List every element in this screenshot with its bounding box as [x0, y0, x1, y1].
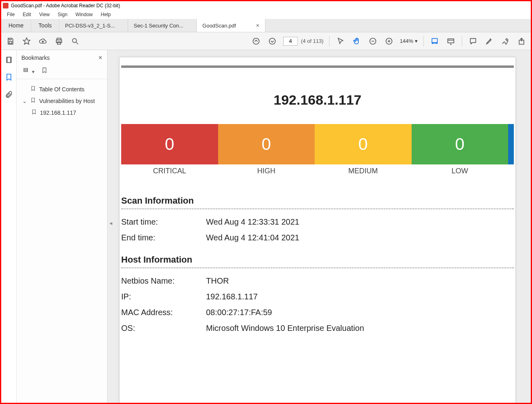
bookmarks-title: Bookmarks [21, 55, 50, 61]
left-nav-strip [1, 50, 17, 403]
bookmark-item-toc[interactable]: Table Of Contents [20, 83, 104, 95]
page-indicator: (4 of 113) [283, 37, 324, 46]
tools-tab[interactable]: Tools [31, 19, 59, 32]
severity-label-medium: MEDIUM [315, 167, 412, 175]
kv-key: MAC Address: [121, 308, 206, 317]
bookmark-label: Table Of Contents [39, 86, 84, 93]
kv-row-ip: IP: 192.168.1.117 [121, 292, 514, 301]
sign-icon[interactable] [500, 36, 511, 46]
highlight-icon[interactable] [484, 36, 494, 46]
menu-view[interactable]: View [35, 11, 54, 18]
zoom-in-icon[interactable] [384, 36, 394, 46]
save-icon[interactable] [5, 36, 16, 46]
section-heading: Scan Information [121, 196, 514, 209]
read-mode-icon[interactable] [446, 36, 456, 46]
kv-row-start-time: Start time: Wed Aug 4 12:33:31 2021 [121, 217, 514, 227]
window-title: GoodScan.pdf - Adobe Acrobat Reader DC (… [11, 3, 120, 8]
pointer-icon[interactable] [335, 36, 346, 46]
kv-key: End time: [121, 233, 206, 242]
svg-rect-14 [432, 38, 437, 42]
thumbnails-icon[interactable] [4, 56, 13, 65]
panel-collapse-gutter[interactable]: ◂ [107, 50, 116, 403]
main-area: Bookmarks × ▾ Table Of Contents ⌄ Vulner… [1, 50, 531, 403]
title-bar: GoodScan.pdf - Adobe Acrobat Reader DC (… [1, 1, 531, 10]
section-heading: Host Information [121, 255, 514, 268]
chevron-down-icon[interactable]: ⌄ [22, 98, 27, 104]
menu-file[interactable]: File [3, 11, 19, 18]
doc-tab-2[interactable]: GoodScan.pdf × [197, 19, 265, 32]
zoom-out-icon[interactable] [368, 36, 378, 46]
fit-width-icon[interactable] [429, 36, 440, 46]
app-icon [3, 3, 8, 8]
search-icon[interactable] [70, 36, 80, 46]
home-tab[interactable]: Home [1, 19, 31, 32]
kv-value: Wed Aug 4 12:41:04 2021 [206, 233, 299, 242]
host-information-section: Host Information Netbios Name: THOR IP: … [121, 255, 514, 333]
kv-row-os: OS: Microsoft Windows 10 Enterprise Eval… [121, 324, 514, 333]
menu-help[interactable]: Help [97, 11, 115, 18]
kv-value: 08:00:27:17:FA:59 [206, 308, 272, 317]
kv-key: OS: [121, 324, 206, 333]
bookmarks-icon[interactable] [4, 73, 13, 82]
svg-point-7 [253, 38, 259, 44]
bookmarks-tree: Table Of Contents ⌄ Vulnerabilities by H… [17, 79, 107, 122]
page-header-line [121, 65, 514, 68]
menu-bar: File Edit View Sign Window Help [1, 10, 531, 19]
page-total-label: (4 of 113) [301, 38, 324, 44]
doc-tab-1[interactable]: Sec-1 Security Con... [128, 19, 197, 32]
page-input[interactable] [283, 37, 298, 46]
print-icon[interactable] [54, 36, 64, 46]
severity-info-cell [508, 124, 514, 164]
svg-marker-1 [23, 38, 30, 44]
menu-sign[interactable]: Sign [54, 11, 71, 18]
severity-label-low: LOW [412, 167, 509, 175]
menu-edit[interactable]: Edit [19, 11, 35, 18]
severity-high-cell: 0 [218, 124, 315, 164]
kv-key: Netbios Name: [121, 276, 206, 286]
toolbar-separator [423, 36, 424, 46]
kv-row-mac: MAC Address: 08:00:27:17:FA:59 [121, 308, 514, 317]
svg-point-5 [72, 38, 76, 42]
bookmark-label: Vulnerabilities by Host [39, 98, 95, 104]
bookmark-icon [31, 109, 37, 116]
kv-row-end-time: End time: Wed Aug 4 12:41:04 2021 [121, 233, 514, 242]
menu-window[interactable]: Window [71, 11, 97, 18]
zoom-value: 144% [400, 38, 413, 44]
scan-information-section: Scan Information Start time: Wed Aug 4 1… [121, 196, 514, 242]
bookmark-item-host-0[interactable]: 192.168.1.117 [20, 107, 104, 118]
svg-line-6 [76, 42, 78, 44]
collapse-left-icon[interactable]: ◂ [109, 220, 112, 226]
page-down-icon[interactable] [267, 36, 278, 46]
hand-icon[interactable] [351, 36, 362, 46]
document-viewport[interactable]: 192.168.1.117 0 0 0 0 CRITICAL HIGH MEDI… [116, 50, 531, 403]
share-icon[interactable] [516, 36, 527, 46]
kv-key: IP: [121, 292, 206, 301]
attachments-icon[interactable] [4, 90, 13, 99]
severity-critical-cell: 0 [121, 124, 218, 164]
close-panel-icon[interactable]: × [99, 54, 102, 61]
star-icon[interactable] [21, 36, 32, 46]
doc-tab-label: GoodScan.pdf [202, 23, 236, 29]
page-up-icon[interactable] [251, 36, 261, 46]
severity-label-high: HIGH [218, 167, 315, 175]
toolbar-separator [462, 36, 462, 46]
pdf-page: 192.168.1.117 0 0 0 0 CRITICAL HIGH MEDI… [120, 57, 515, 403]
bookmarks-panel: Bookmarks × ▾ Table Of Contents ⌄ Vulner… [17, 50, 107, 403]
bookmark-item-vuln-by-host[interactable]: ⌄ Vulnerabilities by Host [20, 95, 104, 107]
severity-low-cell: 0 [412, 124, 509, 164]
comment-icon[interactable] [468, 36, 478, 46]
severity-bar: 0 0 0 0 [121, 124, 514, 164]
svg-rect-15 [448, 39, 454, 43]
doc-tab-label: Sec-1 Security Con... [134, 23, 183, 29]
kv-key: Start time: [121, 217, 206, 227]
bookmarks-options-icon[interactable]: ▾ [22, 67, 35, 75]
doc-tab-0[interactable]: PCI-DSS-v3_2_1-S... [59, 19, 128, 32]
bookmark-icon [30, 86, 36, 93]
close-icon[interactable]: × [256, 22, 259, 29]
severity-medium-cell: 0 [315, 124, 412, 164]
cloud-upload-icon[interactable] [38, 36, 48, 46]
zoom-dropdown[interactable]: 144% ▾ [400, 38, 418, 44]
find-bookmark-icon[interactable] [41, 67, 48, 75]
doc-tab-label: PCI-DSS-v3_2_1-S... [65, 23, 115, 29]
chevron-down-icon: ▾ [415, 38, 418, 44]
